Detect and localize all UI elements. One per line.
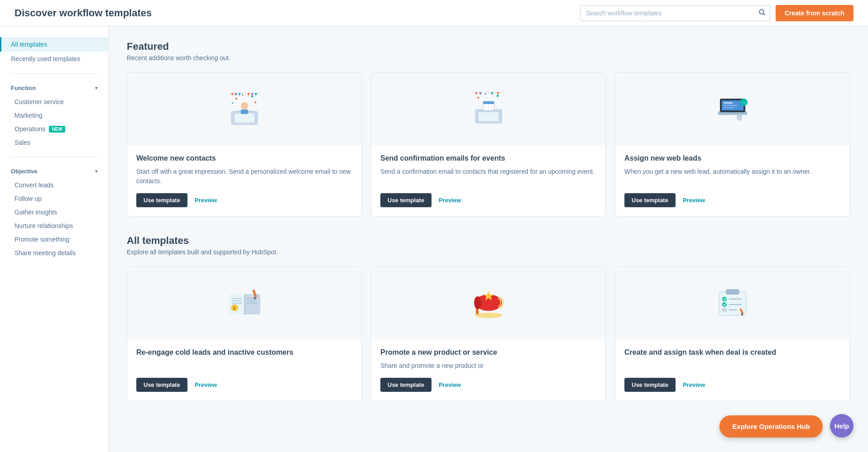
sidebar-item-convert-leads[interactable]: Convert leads: [0, 178, 108, 192]
svg-rect-20: [479, 112, 499, 121]
card-body-create-task: Create and assign task when deal is crea…: [615, 339, 849, 401]
svg-rect-9: [242, 94, 244, 96]
card-image-confirmation: [371, 73, 605, 145]
sidebar-item-gather-insights[interactable]: Gather insights: [0, 205, 108, 219]
svg-rect-37: [724, 102, 733, 104]
use-template-button-confirmation[interactable]: Use template: [380, 193, 432, 207]
svg-rect-10: [254, 101, 257, 104]
card-image-welcome: [127, 73, 361, 145]
confirmation-illustration: [466, 89, 511, 129]
use-template-button-promote[interactable]: Use template: [380, 378, 432, 392]
sidebar-item-all-templates[interactable]: All templates: [0, 37, 108, 52]
sidebar-item-share-meeting-details[interactable]: Share meeting details: [0, 246, 108, 260]
welcome-illustration: [222, 89, 267, 129]
search-icon-button[interactable]: [758, 9, 766, 18]
svg-marker-32: [491, 92, 494, 95]
help-button[interactable]: Help: [830, 414, 854, 438]
card-body-reengage: Re-engage cold leads and inactive custom…: [127, 339, 361, 401]
card-actions-confirmation: Use template Preview: [380, 193, 596, 207]
preview-link-promote[interactable]: Preview: [439, 381, 461, 388]
sidebar-item-recently-used[interactable]: Recently used templates: [0, 52, 108, 66]
main-layout: All templates Recently used templates Fu…: [0, 26, 868, 452]
promote-illustration: [466, 283, 511, 324]
card-title-web-leads: Assign new web leads: [624, 154, 840, 162]
sidebar-item-follow-up[interactable]: Follow up: [0, 192, 108, 205]
card-title-reengage: Re-engage cold leads and inactive custom…: [136, 348, 352, 357]
svg-point-5: [241, 102, 248, 109]
search-input[interactable]: [580, 5, 770, 21]
card-actions-welcome: Use template Preview: [136, 193, 352, 207]
card-image-promote: [371, 267, 605, 339]
page-title: Discover workflow templates: [14, 7, 152, 19]
operations-new-badge: NEW: [49, 126, 65, 133]
svg-marker-13: [231, 93, 234, 96]
objective-section-label: Objective: [11, 168, 38, 175]
sidebar-item-operations[interactable]: Operations NEW: [0, 122, 108, 136]
preview-link-web-leads[interactable]: Preview: [683, 197, 705, 204]
card-desc-reengage: [136, 361, 352, 371]
preview-link-confirmation[interactable]: Preview: [439, 197, 461, 204]
svg-point-59: [474, 296, 481, 309]
card-actions-reengage: Use template Preview: [136, 378, 352, 392]
svg-point-66: [722, 302, 727, 307]
svg-rect-27: [496, 95, 499, 97]
search-container: [580, 5, 770, 21]
card-desc-promote: Share and promote a new product or: [380, 361, 596, 371]
use-template-button-reengage[interactable]: Use template: [136, 378, 187, 392]
card-title-promote: Promote a new product or service: [380, 348, 596, 357]
sidebar-item-nurture-relationships[interactable]: Nurture relationships: [0, 219, 108, 233]
content-area: Featured Recent additions worth checking…: [109, 26, 868, 452]
function-section-label: Function: [11, 85, 36, 91]
sidebar-section-objective[interactable]: Objective ▾: [0, 164, 108, 178]
sidebar-section-function[interactable]: Function ▾: [0, 81, 108, 95]
create-from-scratch-button[interactable]: Create from scratch: [776, 5, 854, 21]
svg-marker-33: [497, 92, 499, 95]
sidebar: All templates Recently used templates Fu…: [0, 26, 109, 452]
sidebar-item-customer-service[interactable]: Customer service: [0, 95, 108, 109]
card-title-confirmation: Send confirmation emails for events: [380, 154, 596, 162]
header-actions: Create from scratch: [580, 5, 854, 21]
use-template-button-create-task[interactable]: Use template: [624, 378, 676, 392]
svg-rect-26: [477, 96, 479, 99]
card-reengage-cold-leads: $ Re-engage cold leads and inactive cust…: [127, 266, 362, 401]
card-welcome-new-contacts: Welcome new contacts Start off with a gr…: [127, 72, 362, 217]
preview-link-welcome[interactable]: Preview: [195, 197, 217, 204]
sidebar-item-promote-something[interactable]: Promote something: [0, 233, 108, 246]
card-desc-web-leads: When you get a new web lead, automatical…: [624, 167, 840, 186]
svg-point-61: [475, 313, 502, 318]
featured-section-title: Featured: [127, 41, 850, 52]
card-promote-product: Promote a new product or service Share a…: [371, 266, 606, 401]
svg-marker-16: [247, 93, 250, 96]
card-title-create-task: Create and assign task when deal is crea…: [624, 348, 840, 357]
card-title-welcome: Welcome new contacts: [136, 154, 352, 162]
sidebar-divider: [11, 73, 97, 74]
all-templates-section-title: All templates: [127, 235, 850, 247]
all-templates-section-subtitle: Explore all templates built and supporte…: [127, 248, 850, 256]
card-body-promote: Promote a new product or service Share a…: [371, 339, 605, 401]
all-templates-cards-grid: $ Re-engage cold leads and inactive cust…: [127, 266, 850, 401]
card-create-assign-task: Create and assign task when deal is crea…: [615, 266, 850, 401]
search-icon: [758, 9, 766, 16]
svg-rect-39: [724, 107, 734, 108]
svg-point-64: [722, 297, 727, 301]
sidebar-item-marketing[interactable]: Marketing: [0, 109, 108, 122]
preview-link-reengage[interactable]: Preview: [195, 381, 217, 388]
svg-rect-45: [229, 294, 245, 314]
svg-text:$: $: [233, 306, 235, 310]
use-template-button-welcome[interactable]: Use template: [136, 193, 187, 207]
svg-marker-17: [251, 93, 254, 96]
svg-rect-6: [241, 109, 248, 114]
svg-marker-30: [475, 92, 478, 95]
chevron-down-icon: ▾: [95, 86, 97, 90]
explore-operations-hub-button[interactable]: Explore Operations Hub: [719, 415, 823, 438]
sidebar-divider-2: [11, 157, 97, 157]
use-template-button-web-leads[interactable]: Use template: [624, 193, 676, 207]
preview-link-create-task[interactable]: Preview: [683, 381, 705, 388]
svg-rect-3: [235, 114, 254, 123]
sidebar-item-sales[interactable]: Sales: [0, 136, 108, 149]
svg-rect-11: [231, 102, 233, 104]
card-image-web-leads: →: [615, 73, 849, 145]
svg-text:→: →: [742, 100, 747, 105]
card-actions-promote: Use template Preview: [380, 378, 596, 392]
svg-rect-28: [484, 93, 486, 95]
